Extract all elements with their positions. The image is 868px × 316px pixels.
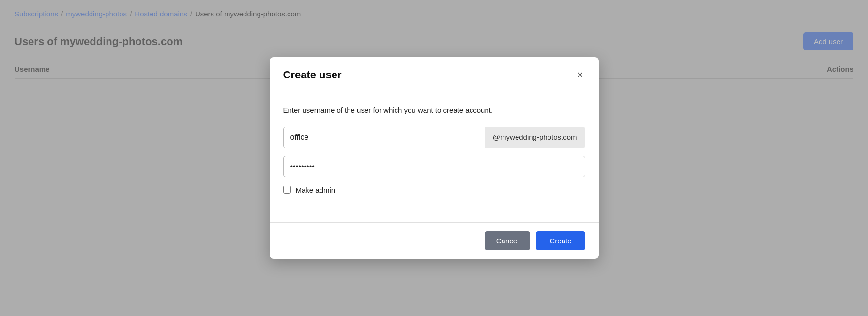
domain-badge: @mywedding-photos.com: [485, 127, 585, 148]
modal-header: Create user ×: [270, 57, 599, 91]
cancel-button[interactable]: Cancel: [485, 231, 531, 250]
close-button[interactable]: ×: [575, 68, 585, 82]
modal-overlay: Create user × Enter username of the user…: [0, 0, 868, 316]
username-input[interactable]: [284, 127, 485, 148]
make-admin-checkbox[interactable]: [283, 186, 291, 194]
make-admin-row: Make admin: [283, 186, 585, 194]
modal-description: Enter username of the user for which you…: [283, 105, 585, 116]
modal-footer: Cancel Create: [270, 222, 599, 259]
modal-title: Create user: [283, 69, 342, 81]
modal-body: Enter username of the user for which you…: [270, 91, 599, 222]
create-user-modal: Create user × Enter username of the user…: [270, 57, 599, 259]
create-button[interactable]: Create: [536, 231, 585, 250]
username-field-row: @mywedding-photos.com: [283, 127, 585, 148]
make-admin-label[interactable]: Make admin: [296, 186, 335, 194]
password-input[interactable]: [283, 156, 585, 177]
